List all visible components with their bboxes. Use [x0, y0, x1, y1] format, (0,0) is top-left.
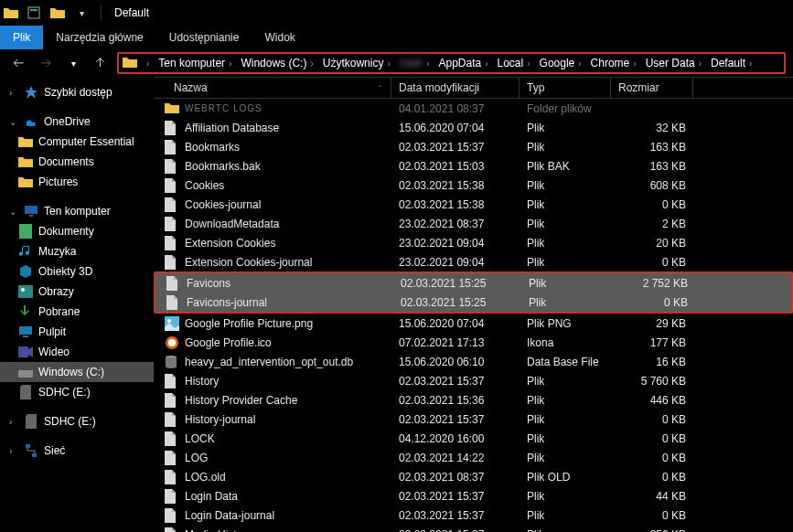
breadcrumb-appdata[interactable]: AppData› — [434, 57, 491, 69]
sidebar-item-pulpit[interactable]: Pulpit — [0, 322, 154, 342]
chevron-right-icon[interactable]: › — [9, 88, 18, 98]
tab-file[interactable]: Plik — [0, 26, 43, 49]
table-row[interactable]: LOG02.03.2021 14:22Plik0 KB — [154, 448, 793, 467]
file-type: Plik — [520, 237, 611, 250]
nav-back-icon[interactable]: 🡠 — [7, 57, 29, 69]
sidebar-item-szybki-dost-p[interactable]: ›Szybki dostęp — [0, 82, 154, 102]
table-row[interactable]: Extension Cookies-journal23.02.2021 09:0… — [154, 252, 793, 271]
file-name: History-journal — [185, 413, 255, 426]
breadcrumb-google[interactable]: Google› — [536, 57, 585, 69]
sidebar-item-onedrive[interactable]: ⌄OneDrive — [0, 112, 154, 132]
table-row[interactable]: LOG.old02.03.2021 08:37Plik OLD0 KB — [154, 467, 793, 486]
table-row[interactable]: Bookmarks.bak02.03.2021 15:03Plik BAK163… — [154, 156, 793, 176]
table-row[interactable]: Affiliation Database15.06.2020 07:04Plik… — [154, 118, 793, 137]
table-row[interactable]: History Provider Cache02.03.2021 15:36Pl… — [154, 390, 793, 410]
sidebar-item-muzyka[interactable]: Muzyka — [0, 241, 154, 261]
file-date: 02.03.2021 15:37 — [391, 490, 520, 503]
table-row[interactable]: Google Profile Picture.png15.06.2020 07:… — [154, 314, 793, 333]
chevron-down-icon[interactable]: ⌄ — [9, 207, 18, 217]
tab-home[interactable]: Narzędzia główne — [43, 26, 155, 49]
table-row[interactable]: Favicons02.03.2021 15:25Plik2 752 KB — [155, 273, 791, 293]
file-date: 23.02.2021 09:04 — [391, 237, 520, 250]
chevron-down-icon[interactable]: ⌄ — [9, 117, 18, 127]
file-type: Plik — [520, 179, 611, 192]
table-row[interactable]: LOCK04.12.2020 16:00Plik0 KB — [154, 429, 793, 448]
table-row[interactable]: Cookies-journal02.03.2021 15:38Plik0 KB — [154, 195, 793, 214]
sidebar-item-windows-c-[interactable]: Windows (C:) — [0, 362, 154, 382]
file-icon — [165, 217, 179, 231]
file-type: Folder plików — [520, 102, 611, 115]
column-type[interactable]: Typ — [520, 78, 611, 98]
breadcrumb-local[interactable]: Local› — [494, 57, 534, 69]
file-date: 15.06.2020 07:04 — [391, 317, 520, 330]
png-icon — [165, 316, 179, 331]
file-name: LOG.old — [185, 471, 226, 484]
breadcrumb-this-pc[interactable]: Ten komputer› — [155, 57, 235, 69]
table-row[interactable]: Google Profile.ico07.02.2021 17:13Ikona1… — [154, 333, 793, 352]
table-row[interactable]: Favicons-journal02.03.2021 15:25Plik0 KB — [155, 293, 791, 312]
navigation-pane[interactable]: ›Szybki dostęp⌄OneDriveComputer Essentia… — [0, 77, 154, 532]
tab-view[interactable]: Widok — [252, 26, 307, 49]
sidebar-item-sie-[interactable]: ›Sieć — [0, 441, 154, 461]
sidebar-item-documents[interactable]: Documents — [0, 152, 154, 172]
breadcrumb-root-chevron[interactable]: › — [143, 59, 153, 69]
breadcrumb-userdata[interactable]: User Data› — [642, 57, 705, 69]
qat-newfolder-icon[interactable] — [48, 3, 68, 23]
sidebar-item-computer-essential[interactable]: Computer Essential — [0, 132, 154, 152]
file-size: 2 752 KB — [613, 277, 695, 290]
video-icon — [18, 345, 33, 359]
file-icon — [165, 140, 179, 154]
breadcrumb-default[interactable]: Default› — [707, 57, 755, 69]
nav-up-icon[interactable]: 🡡 — [90, 57, 112, 69]
sidebar-item-label: Documents — [38, 155, 94, 168]
nav-forward-icon[interactable]: 🡢 — [35, 57, 57, 69]
qat-dropdown-icon[interactable]: ▾ — [71, 3, 91, 23]
nav-recent-icon[interactable]: ▾ — [62, 59, 84, 69]
sidebar-item-sdhc-e-[interactable]: SDHC (E:) — [0, 382, 154, 402]
breadcrumb-user[interactable]: User› — [396, 57, 434, 69]
table-row[interactable]: Cookies02.03.2021 15:38Plik608 KB — [154, 176, 793, 195]
qat-properties-icon[interactable] — [24, 3, 44, 23]
chevron-right-icon[interactable]: › — [9, 417, 18, 427]
breadcrumb-chrome[interactable]: Chrome› — [587, 57, 640, 69]
table-row[interactable]: WebRTC Logs 04.01.2021 08:37 Folder plik… — [154, 99, 793, 118]
file-name: Affiliation Database — [185, 122, 279, 134]
breadcrumb-folder-icon — [123, 56, 137, 70]
tab-share[interactable]: Udostępnianie — [156, 26, 252, 49]
sidebar-item-dokumenty[interactable]: Dokumenty — [0, 221, 154, 241]
sidebar-item-label: Computer Essential — [38, 135, 134, 148]
file-size: 608 KB — [611, 179, 693, 192]
svg-rect-9 — [23, 335, 28, 337]
folder-icon — [18, 134, 33, 149]
sidebar-item-wideo[interactable]: Wideo — [0, 342, 154, 362]
table-row[interactable]: heavy_ad_intervention_opt_out.db15.06.20… — [154, 352, 793, 371]
file-size: 29 KB — [611, 317, 693, 330]
breadcrumb-c-drive[interactable]: Windows (C:)› — [237, 57, 316, 69]
sidebar-item-obiekty-3d[interactable]: Obiekty 3D — [0, 261, 154, 282]
column-date[interactable]: Data modyfikacji — [391, 78, 520, 98]
breadcrumb-users[interactable]: Użytkownicy› — [319, 57, 394, 69]
table-row[interactable]: Login Data-journal02.03.2021 15:37Plik0 … — [154, 505, 793, 525]
column-name[interactable]: Nazwa⌃ — [154, 78, 391, 98]
breadcrumb[interactable]: › Ten komputer›Windows (C:)›Użytkownicy›… — [117, 52, 786, 74]
sidebar-item-pictures[interactable]: Pictures — [0, 172, 154, 192]
sidebar-item-obrazy[interactable]: Obrazy — [0, 282, 154, 302]
sidebar-item-pobrane[interactable]: Pobrane — [0, 302, 154, 322]
svg-rect-3 — [25, 206, 38, 214]
table-row[interactable]: Login Data02.03.2021 15:37Plik44 KB — [154, 486, 793, 505]
table-row[interactable]: History02.03.2021 15:37Plik5 760 KB — [154, 371, 793, 390]
file-icon — [165, 508, 179, 523]
file-date: 02.03.2021 15:25 — [393, 277, 521, 290]
chevron-right-icon[interactable]: › — [9, 446, 18, 456]
table-row[interactable]: History-journal02.03.2021 15:37Plik0 KB — [154, 410, 793, 429]
table-row[interactable]: DownloadMetadata23.02.2021 08:37Plik2 KB — [154, 214, 793, 233]
sidebar-item-sdhc-e-[interactable]: ›SDHC (E:) — [0, 411, 154, 431]
sidebar-item-ten-komputer[interactable]: ⌄Ten komputer — [0, 201, 154, 221]
file-list[interactable]: WebRTC Logs 04.01.2021 08:37 Folder plik… — [154, 99, 793, 532]
table-row[interactable]: Bookmarks02.03.2021 15:37Plik163 KB — [154, 137, 793, 156]
file-date: 02.03.2021 15:03 — [391, 160, 520, 173]
table-row[interactable]: Media History02.03.2021 15:37Plik256 KB — [154, 525, 793, 532]
sidebar-item-label: Obiekty 3D — [38, 265, 92, 278]
column-size[interactable]: Rozmiar — [611, 78, 693, 98]
table-row[interactable]: Extension Cookies23.02.2021 09:04Plik20 … — [154, 233, 793, 252]
